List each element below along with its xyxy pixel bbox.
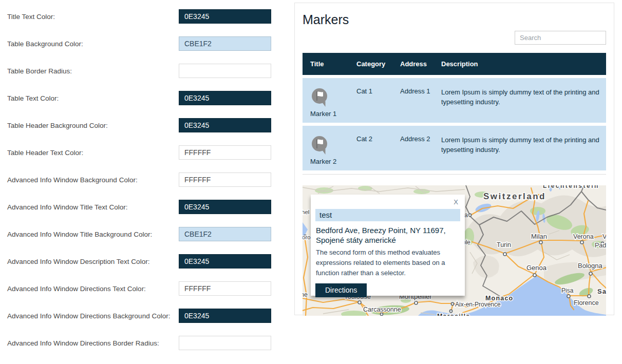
- map-label-switzerland: Switzerland: [483, 191, 546, 201]
- marker-title: Marker 1: [310, 110, 349, 118]
- map-label-pisa: Pisa: [561, 287, 574, 294]
- aiw-description-text-color-input[interactable]: [179, 254, 271, 269]
- table-background-color-input[interactable]: [179, 36, 271, 51]
- map-label-aix: Aix-en-Provence: [455, 301, 501, 308]
- map-label-genoa: Genoa: [526, 264, 547, 272]
- field-label: Advanced Info Window Title Background Co…: [7, 231, 179, 238]
- field-label: Advanced Info Window Title Text Color:: [7, 203, 179, 211]
- field-label: Table Background Color:: [7, 40, 179, 48]
- field-label: Table Text Color:: [7, 94, 179, 102]
- field-label: Advanced Info Window Directions Text Col…: [7, 285, 179, 293]
- table-row: Marker 2 Cat 2 Address 2 Lorem Ipsum is …: [303, 126, 606, 170]
- search-input[interactable]: [515, 31, 606, 45]
- marker-description: Lorem Ipsum is simply dummy text of the …: [433, 126, 606, 170]
- field-table-header-text-color: Table Header Text Color:: [7, 145, 271, 160]
- field-aiw-title-text-color: Advanced Info Window Title Text Color:: [7, 200, 271, 214]
- aiw-directions-border-radius-input[interactable]: [179, 336, 271, 350]
- aiw-directions-text-color-input[interactable]: [179, 281, 271, 296]
- close-icon[interactable]: X: [454, 198, 458, 206]
- directions-button[interactable]: Directions: [315, 283, 367, 297]
- aiw-background-color-input[interactable]: [179, 173, 271, 187]
- marker-bubble-icon: [310, 149, 329, 157]
- map-info-window: X test Bedford Ave, Breezy Point, NY 116…: [311, 195, 465, 296]
- field-label: Table Header Background Color:: [7, 122, 179, 129]
- map-label-bordeaux-fragment: oro: [303, 234, 311, 240]
- info-window-description: The second form of this method evaluates…: [315, 247, 460, 278]
- map-label-marseille: Marseille: [437, 313, 470, 316]
- table-header-row: Title Category Address Description: [303, 53, 606, 75]
- title-text-color-input[interactable]: [179, 9, 271, 24]
- field-title-text-color: Title Text Color:: [7, 9, 271, 24]
- map-label-carcassonne: Carcassonne: [363, 306, 401, 313]
- map-label-narbonne-fragment: ne: [303, 291, 308, 298]
- info-window-title: test: [315, 209, 460, 221]
- aiw-title-text-color-input[interactable]: [179, 200, 271, 214]
- markers-preview-panel: Markers Title Category Address Descripti…: [294, 3, 614, 315]
- marker-category: Cat 2: [349, 126, 392, 170]
- map-label-verona: Verona: [573, 233, 594, 240]
- map-label-san-marino-fragment: Sa: [597, 288, 606, 295]
- table-text-color-input[interactable]: [179, 91, 271, 105]
- field-aiw-description-text-color: Advanced Info Window Description Text Co…: [7, 254, 271, 269]
- map-label-geneva-fragment: a: [464, 212, 468, 219]
- page-title: Markers: [303, 12, 606, 27]
- marker-description: Lorem Ipsum is simply dummy text of the …: [433, 78, 606, 123]
- field-label: Title Text Color:: [7, 13, 179, 21]
- markers-table: Title Category Address Description: [303, 50, 606, 174]
- col-address: Address: [392, 53, 433, 75]
- field-label: Advanced Info Window Description Text Co…: [7, 258, 179, 265]
- map-label-milan: Milan: [531, 233, 547, 240]
- map-label-bologna: Bologna: [578, 262, 602, 270]
- field-label: Advanced Info Window Background Color:: [7, 176, 179, 184]
- marker-bubble-icon: [310, 102, 329, 109]
- field-aiw-directions-text-color: Advanced Info Window Directions Text Col…: [7, 281, 271, 296]
- table-border-radius-input[interactable]: [179, 64, 271, 78]
- aiw-directions-background-color-input[interactable]: [179, 309, 271, 323]
- table-header-text-color-input[interactable]: [179, 145, 271, 160]
- marker-address: Address 2: [392, 126, 433, 170]
- map-label-rochelle-fragment: hel: [303, 209, 309, 215]
- col-category: Category: [349, 53, 392, 75]
- map-label-verona-right-fragment: V: [602, 233, 606, 240]
- field-aiw-title-background-color: Advanced Info Window Title Background Co…: [7, 227, 271, 241]
- field-aiw-background-color: Advanced Info Window Background Color:: [7, 173, 271, 187]
- field-label: Table Border Radius:: [7, 67, 179, 75]
- map-label-liechtenstein: Liechtenstein: [543, 185, 599, 189]
- info-window-address: Bedford Ave, Breezy Point, NY 11697, Spo…: [315, 225, 460, 245]
- aiw-title-background-color-input[interactable]: [179, 227, 271, 241]
- field-table-background-color: Table Background Color:: [7, 36, 271, 51]
- map-preview[interactable]: Switzerland Liechtenstein Milan Verona V…: [303, 185, 606, 316]
- col-title: Title: [303, 53, 349, 75]
- field-label: Advanced Info Window Directions Backgrou…: [7, 312, 179, 320]
- field-table-border-radius: Table Border Radius:: [7, 64, 271, 78]
- table-row: Marker 1 Cat 1 Address 1 Lorem Ipsum is …: [303, 78, 606, 123]
- divider: [303, 174, 606, 175]
- field-aiw-directions-background-color: Advanced Info Window Directions Backgrou…: [7, 309, 271, 323]
- map-label-padua-fragment: Pad: [595, 242, 606, 249]
- col-description: Description: [433, 53, 606, 75]
- table-header-background-color-input[interactable]: [179, 118, 271, 132]
- settings-form: Title Text Color: Table Background Color…: [7, 9, 271, 363]
- marker-category: Cat 1: [349, 78, 392, 123]
- field-table-header-background-color: Table Header Background Color:: [7, 118, 271, 132]
- field-table-text-color: Table Text Color:: [7, 91, 271, 105]
- map-label-florence: Florence: [574, 299, 599, 306]
- field-label: Table Header Text Color:: [7, 149, 179, 157]
- marker-address: Address 1: [392, 78, 433, 123]
- field-label: Advanced Info Window Directions Border R…: [7, 339, 179, 347]
- field-aiw-directions-border-radius: Advanced Info Window Directions Border R…: [7, 336, 271, 350]
- map-label-turin: Turin: [497, 241, 511, 248]
- marker-title: Marker 2: [310, 158, 349, 165]
